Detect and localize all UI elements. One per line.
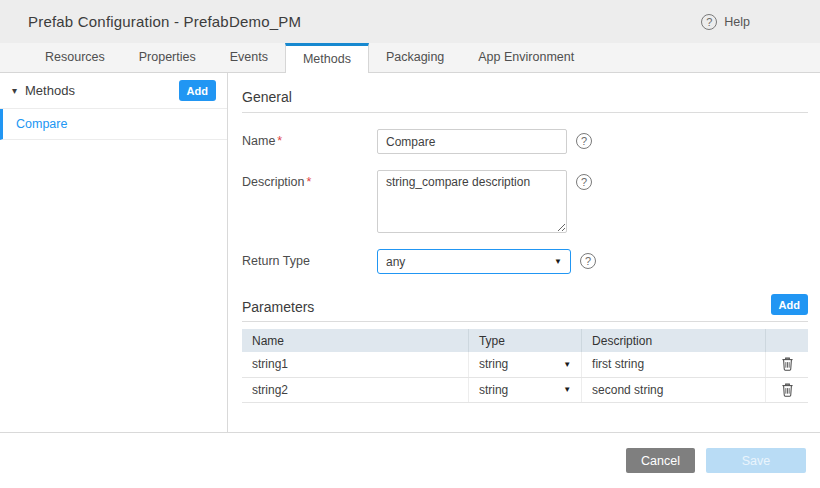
tab-events[interactable]: Events: [213, 43, 285, 72]
description-label: Description*: [242, 170, 377, 189]
return-type-label-text: Return Type: [242, 254, 310, 268]
name-label-text: Name: [242, 134, 275, 148]
methods-sidebar: ▾ Methods Add Compare: [0, 73, 228, 432]
save-button[interactable]: Save: [706, 448, 806, 473]
description-label-text: Description: [242, 175, 305, 189]
param-description-cell[interactable]: first string: [582, 352, 766, 377]
tab-resources[interactable]: Resources: [28, 43, 122, 72]
parameters-table: Name Type Description string1 string ▼: [242, 329, 808, 403]
help-label: Help: [724, 15, 750, 29]
tab-packaging[interactable]: Packaging: [369, 43, 461, 72]
add-method-button[interactable]: Add: [179, 80, 216, 101]
chevron-down-icon: ▼: [563, 360, 571, 369]
required-marker: *: [307, 175, 312, 189]
return-type-selected-value: any: [386, 255, 405, 269]
sidebar-header: ▾ Methods Add: [0, 73, 227, 109]
param-actions-cell: [766, 377, 808, 402]
param-type-select[interactable]: string ▼: [479, 357, 571, 371]
param-type-select[interactable]: string ▼: [479, 383, 571, 397]
cancel-button[interactable]: Cancel: [626, 448, 695, 473]
param-name-cell[interactable]: string1: [242, 352, 468, 377]
param-type-value: string: [479, 357, 508, 371]
column-header-actions: [766, 329, 808, 352]
param-name-cell[interactable]: string2: [242, 377, 468, 402]
column-header-name: Name: [242, 329, 468, 352]
tab-bar: Resources Properties Events Methods Pack…: [0, 43, 820, 73]
name-field-row: Name* ?: [242, 129, 808, 154]
sidebar-item-compare[interactable]: Compare: [0, 109, 227, 140]
chevron-down-icon: ▼: [554, 257, 562, 266]
general-section-title: General: [242, 89, 808, 113]
main-body: ▾ Methods Add Compare General Name* ? De…: [0, 73, 820, 432]
return-type-label: Return Type: [242, 249, 377, 268]
column-header-description: Description: [582, 329, 766, 352]
parameters-table-header-row: Name Type Description: [242, 329, 808, 352]
param-description-cell[interactable]: second string: [582, 377, 766, 402]
dialog-footer: Cancel Save: [0, 432, 820, 488]
name-label: Name*: [242, 129, 377, 148]
tab-app-environment[interactable]: App Environment: [461, 43, 591, 72]
param-actions-cell: [766, 352, 808, 377]
prefab-configuration-window: Prefab Configuration - PrefabDemo_PM ? H…: [0, 0, 820, 488]
param-type-cell: string ▼: [468, 377, 581, 402]
add-parameter-button[interactable]: Add: [771, 294, 808, 315]
description-textarea[interactable]: string_compare description: [377, 170, 567, 233]
collapse-icon[interactable]: ▾: [12, 85, 17, 96]
description-field-row: Description* string_compare description …: [242, 170, 808, 233]
tab-methods[interactable]: Methods: [285, 43, 369, 72]
trash-icon: [781, 382, 794, 397]
param-type-value: string: [479, 383, 508, 397]
delete-parameter-button[interactable]: [777, 354, 798, 373]
trash-icon: [781, 356, 794, 371]
method-detail-panel: General Name* ? Description* string_comp…: [228, 73, 820, 432]
delete-parameter-button[interactable]: [777, 380, 798, 399]
name-help-icon[interactable]: ?: [576, 133, 592, 149]
parameter-row: string1 string ▼ first string: [242, 352, 808, 377]
required-marker: *: [277, 134, 282, 148]
help-icon: ?: [701, 14, 717, 30]
help-link[interactable]: ? Help: [701, 14, 750, 30]
chevron-down-icon: ▼: [563, 385, 571, 394]
parameter-row: string2 string ▼ second string: [242, 377, 808, 402]
return-type-help-icon[interactable]: ?: [580, 253, 596, 269]
name-input[interactable]: [377, 129, 567, 154]
return-type-select[interactable]: any ▼: [377, 249, 571, 274]
parameters-section-title: Parameters: [242, 299, 314, 315]
page-title: Prefab Configuration - PrefabDemo_PM: [28, 13, 301, 30]
return-type-field-row: Return Type any ▼ ?: [242, 249, 808, 274]
column-header-type: Type: [468, 329, 581, 352]
sidebar-section-title: Methods: [25, 83, 75, 98]
param-type-cell: string ▼: [468, 352, 581, 377]
description-help-icon[interactable]: ?: [576, 174, 592, 190]
tab-properties[interactable]: Properties: [122, 43, 213, 72]
sidebar-item-label: Compare: [16, 117, 67, 131]
parameters-header: Parameters Add: [242, 294, 808, 322]
title-bar: Prefab Configuration - PrefabDemo_PM ? H…: [0, 0, 820, 43]
